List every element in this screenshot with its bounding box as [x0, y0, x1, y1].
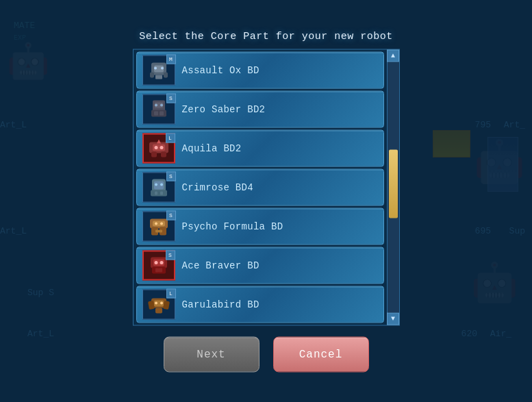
svg-point-47	[160, 301, 163, 304]
svg-point-38	[160, 261, 163, 264]
robot-item-crimrose[interactable]: S Crimrose BD4	[136, 168, 384, 205]
item-badge-aquila: L	[166, 133, 175, 142]
item-icon-aquila: L	[142, 133, 175, 163]
robot-item-zero-saber[interactable]: S Zero Saber BD2	[136, 90, 384, 127]
svg-rect-41	[159, 268, 162, 272]
svg-rect-13	[160, 111, 164, 115]
button-row: Next Cancel	[164, 336, 369, 372]
item-badge-ace-braver: S	[166, 250, 175, 260]
item-icon-assault-ox: M	[142, 55, 175, 85]
svg-point-9	[155, 103, 157, 106]
item-badge-assault-ox: M	[166, 54, 176, 64]
svg-rect-40	[155, 268, 159, 272]
svg-rect-25	[151, 190, 167, 196]
item-icon-garulabird: L	[142, 289, 175, 319]
svg-rect-26	[155, 191, 157, 194]
svg-point-16	[154, 146, 157, 149]
scroll-up-button[interactable]: ▲	[387, 49, 399, 62]
robot-item-psycho-formula[interactable]: S Psycho Formula BD	[136, 208, 384, 244]
scroll-track	[388, 62, 399, 312]
next-button[interactable]: Next	[164, 336, 259, 372]
scrollbar: ▲ ▼	[387, 49, 399, 325]
item-icon-zero-saber: S	[142, 94, 175, 124]
item-badge-garulabird: L	[166, 288, 176, 298]
scroll-thumb[interactable]	[389, 149, 398, 218]
item-icon-ace-braver: S	[142, 250, 175, 280]
item-name-crimrose: Crimrose BD4	[182, 181, 253, 192]
svg-rect-34	[155, 229, 162, 232]
item-name-assault-ox: Assault Ox BD	[182, 64, 259, 75]
svg-rect-27	[160, 191, 163, 194]
item-name-aquila: Aquila BD2	[182, 142, 242, 153]
item-badge-zero-saber: S	[166, 93, 176, 103]
svg-rect-6	[155, 75, 162, 79]
item-list: M Assault Ox BD S Zero Saber BD2 L Aquil…	[134, 49, 387, 325]
svg-rect-4	[150, 72, 154, 77]
item-name-garulabird: Garulabird BD	[182, 299, 259, 310]
item-list-container: M Assault Ox BD S Zero Saber BD2 L Aquil…	[133, 49, 400, 325]
item-name-ace-braver: Ace Braver BD	[182, 260, 259, 271]
item-icon-crimrose: S	[142, 172, 175, 202]
item-name-psycho-formula: Psycho Formula BD	[182, 221, 283, 231]
modal-dialog: Select the Core Part for your new robot …	[123, 30, 410, 372]
robot-item-garulabird[interactable]: L Garulabird BD	[136, 286, 384, 323]
svg-rect-19	[161, 151, 166, 157]
modal-title: Select the Core Part for your new robot	[139, 30, 393, 42]
item-badge-psycho-formula: S	[166, 210, 176, 220]
svg-rect-29	[153, 221, 165, 226]
svg-marker-20	[157, 139, 161, 143]
robot-item-assault-ox[interactable]: M Assault Ox BD	[136, 51, 384, 88]
svg-point-3	[161, 66, 164, 69]
svg-rect-12	[154, 111, 158, 115]
svg-rect-18	[151, 151, 157, 157]
item-badge-crimrose: S	[166, 171, 176, 181]
svg-rect-5	[164, 72, 168, 77]
cancel-button[interactable]: Cancel	[273, 336, 369, 372]
svg-point-23	[155, 183, 157, 186]
svg-point-10	[160, 103, 163, 106]
svg-point-24	[160, 183, 163, 186]
svg-rect-48	[155, 307, 162, 313]
svg-point-31	[160, 222, 163, 225]
svg-point-30	[155, 222, 157, 225]
item-name-zero-saber: Zero Saber BD2	[182, 103, 266, 114]
svg-point-17	[160, 146, 163, 149]
item-icon-psycho-formula: S	[142, 211, 175, 241]
svg-point-37	[154, 261, 157, 264]
scroll-down-button[interactable]: ▼	[387, 312, 399, 325]
robot-item-ace-braver[interactable]: S Ace Braver BD	[136, 247, 384, 284]
svg-rect-11	[151, 110, 166, 116]
svg-point-46	[155, 301, 157, 304]
robot-item-aquila[interactable]: L Aquila BD2	[136, 129, 384, 166]
svg-point-2	[154, 66, 157, 69]
